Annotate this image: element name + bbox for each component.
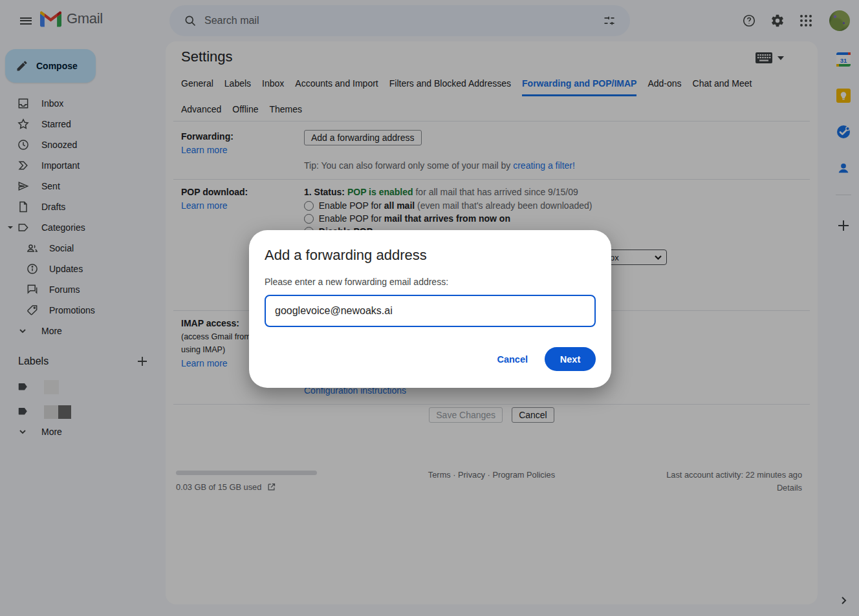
dialog-next-button[interactable]: Next [545,347,596,371]
dialog-prompt: Please enter a new forwarding email addr… [265,277,448,287]
dialog-actions: Cancel Next [249,347,611,371]
add-forwarding-address-dialog: Add a forwarding address Please enter a … [249,230,611,388]
dialog-cancel-button[interactable]: Cancel [497,354,528,365]
dialog-title: Add a forwarding address [265,247,427,264]
forwarding-email-input[interactable] [265,295,596,327]
